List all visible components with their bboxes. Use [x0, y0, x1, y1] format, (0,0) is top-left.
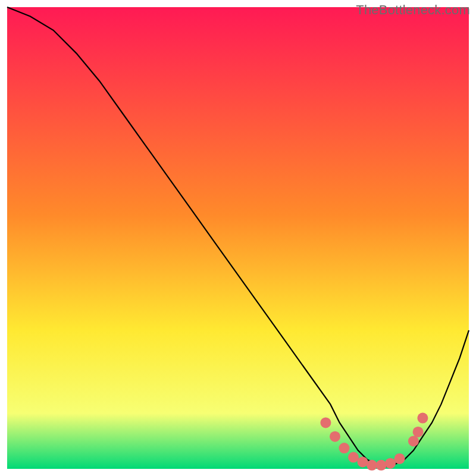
valley-dot: [385, 458, 396, 469]
valley-dot: [367, 460, 377, 471]
valley-dot: [376, 460, 387, 471]
valley-dot: [417, 413, 428, 424]
valley-dot: [339, 443, 350, 453]
valley-dot: [394, 453, 405, 464]
valley-dot: [413, 427, 424, 437]
valley-dot: [348, 452, 359, 463]
valley-dot: [330, 431, 340, 442]
chart-container: { "watermark": "TheBottleneck.com", "col…: [0, 0, 476, 476]
gradient-background: [7, 7, 469, 469]
bottleneck-chart: [0, 0, 476, 476]
valley-dot: [358, 456, 368, 467]
valley-dot: [320, 417, 331, 428]
valley-dot: [408, 436, 419, 446]
